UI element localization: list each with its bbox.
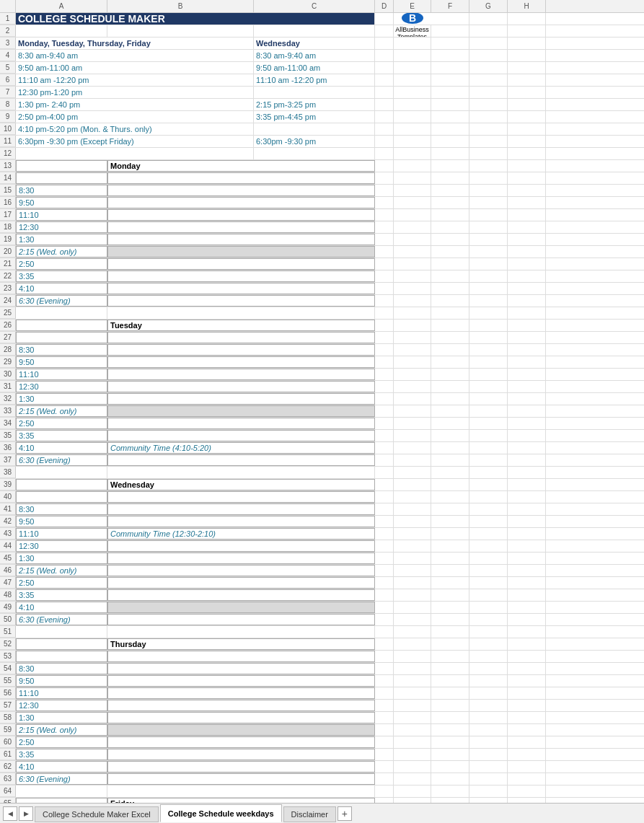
mtwf-header: Monday, Tuesday, Thursday, Friday <box>16 38 254 49</box>
row-14: 14 <box>0 172 644 185</box>
slot-9a: 2:50 pm-4:00 pm <box>16 111 254 123</box>
slot-6c: 11:10 am -12:20 pm <box>254 74 375 86</box>
slot-11a: 6:30pm -9:30 pm (Except Friday) <box>16 136 254 147</box>
row-26: 26 Tuesday <box>0 320 644 332</box>
thursday-header: Thursday <box>107 638 375 650</box>
row-6: 6 11:10 am -12:20 pm 11:10 am -12:20 pm <box>0 74 644 87</box>
row-40: 40 <box>0 491 644 503</box>
row-20: 20 2:15 (Wed. only) <box>0 246 644 258</box>
slot-8c: 2:15 pm-3:25 pm <box>254 99 375 110</box>
row-18: 18 12:30 <box>0 221 644 234</box>
row-54: 54 8:30 <box>0 663 644 675</box>
row-37: 37 6:30 (Evening) <box>0 454 644 467</box>
cell-2B <box>107 25 254 37</box>
row-34: 34 2:50 <box>0 418 644 430</box>
row-61: 61 3:35 <box>0 749 644 761</box>
row-12: 12 <box>0 148 644 160</box>
row-29: 29 9:50 <box>0 356 644 369</box>
col-header-C: C <box>254 0 375 12</box>
wed-header: Wednesday <box>254 38 375 49</box>
row-17: 17 11:10 <box>0 209 644 221</box>
row-45: 45 1:30 <box>0 553 644 565</box>
row-60: 60 2:50 <box>0 736 644 749</box>
row-15: 15 8:30 <box>0 185 644 197</box>
col-header-D: D <box>375 0 394 12</box>
slot-11c: 6:30pm -9:30 pm <box>254 136 375 147</box>
slot-5c: 9:50 am-11:00 am <box>254 62 375 74</box>
row-56: 56 11:10 <box>0 687 644 700</box>
row-57: 57 12:30 <box>0 700 644 712</box>
row-55: 55 9:50 <box>0 675 644 687</box>
tuesday-header: Tuesday <box>107 320 375 331</box>
tab-college-schedule-weekdays[interactable]: College Schedule weekdays <box>160 804 282 822</box>
cell-2C <box>254 25 375 37</box>
row-31: 31 12:30 <box>0 381 644 393</box>
row-25: 25 <box>0 307 644 320</box>
tab-bar: ◀ ▶ College Schedule Maker Excel College… <box>0 803 644 823</box>
row-13: 13 Monday <box>0 160 644 172</box>
col-header-A: A <box>16 0 107 12</box>
add-sheet-button[interactable]: + <box>338 806 352 821</box>
row-35: 35 3:35 <box>0 430 644 442</box>
row-53: 53 <box>0 651 644 663</box>
row-9: 9 2:50 pm-4:00 pm 3:35 pm-4:45 pm <box>0 111 644 123</box>
tab-nav-prev[interactable]: ◀ <box>3 806 17 821</box>
row-44: 44 12:30 <box>0 540 644 553</box>
row-50: 50 6:30 (Evening) <box>0 614 644 626</box>
cell-1F <box>431 13 469 25</box>
row-47: 47 2:50 <box>0 577 644 589</box>
col-header-E: E <box>394 0 431 12</box>
cell-2A <box>16 25 107 37</box>
cell-2F <box>431 25 469 37</box>
col-header-F: F <box>431 0 469 12</box>
tab-disclaimer[interactable]: Disclaimer <box>283 806 336 822</box>
cell-1H <box>508 13 546 25</box>
col-header-B: B <box>107 0 254 12</box>
row-19: 19 1:30 <box>0 234 644 246</box>
slot-4c: 8:30 am-9:40 am <box>254 50 375 61</box>
slot-10a: 4:10 pm-5:20 pm (Mon. & Thurs. only) <box>16 123 254 135</box>
spreadsheet: A B C D E F G H 1 COLLEGE SCHEDULE MAKER… <box>0 0 644 823</box>
row-38: 38 <box>0 467 644 479</box>
row-39: 39 Wednesday <box>0 479 644 491</box>
cell-1G <box>469 13 508 25</box>
cell-2G <box>469 25 508 37</box>
row-10: 10 4:10 pm-5:20 pm (Mon. & Thurs. only) <box>0 123 644 136</box>
logo-text: AllBusiness Templates <box>394 25 431 37</box>
row-43: 43 11:10 Community Time (12:30-2:10) <box>0 528 644 540</box>
slot-7a: 12:30 pm-1:20 pm <box>16 87 254 98</box>
logo-cell: B <box>394 13 431 25</box>
row-16: 16 9:50 <box>0 197 644 209</box>
row-42: 42 9:50 <box>0 516 644 528</box>
row-30: 30 11:10 <box>0 369 644 381</box>
row-58: 58 1:30 <box>0 712 644 724</box>
slot-8a: 1:30 pm- 2:40 pm <box>16 99 254 110</box>
monday-header: Monday <box>107 160 375 172</box>
row-24: 24 6:30 (Evening) <box>0 295 644 307</box>
tab-college-schedule-maker[interactable]: College Schedule Maker Excel <box>35 806 159 822</box>
row-33: 33 2:15 (Wed. only) <box>0 405 644 418</box>
row-64: 64 <box>0 785 644 798</box>
row-3: 3 Monday, Tuesday, Thursday, Friday Wedn… <box>0 38 644 50</box>
row-48: 48 3:35 <box>0 589 644 602</box>
row-1: 1 COLLEGE SCHEDULE MAKER B <box>0 13 644 25</box>
col-header-G: G <box>469 0 508 12</box>
row-21: 21 2:50 <box>0 258 644 270</box>
tab-nav-next[interactable]: ▶ <box>19 806 33 821</box>
slot-10c <box>254 123 375 135</box>
row-27: 27 <box>0 332 644 344</box>
slot-4a: 8:30 am-9:40 am <box>16 50 254 61</box>
column-headers: A B C D E F G H <box>0 0 644 13</box>
cell-1D <box>375 13 394 25</box>
slot-9c: 3:35 pm-4:45 pm <box>254 111 375 123</box>
row-63: 63 6:30 (Evening) <box>0 773 644 785</box>
row-5: 5 9:50 am-11:00 am 9:50 am-11:00 am <box>0 62 644 74</box>
row-11: 11 6:30pm -9:30 pm (Except Friday) 6:30p… <box>0 136 644 148</box>
logo-icon: B <box>402 13 423 24</box>
cell-2D <box>375 25 394 37</box>
row-2: 2 AllBusiness Templates <box>0 25 644 38</box>
row-28: 28 8:30 <box>0 344 644 356</box>
row-36: 36 4:10 Community Time (4:10-5:20) <box>0 442 644 454</box>
row-41: 41 8:30 <box>0 503 644 516</box>
row-59: 59 2:15 (Wed. only) <box>0 724 644 736</box>
